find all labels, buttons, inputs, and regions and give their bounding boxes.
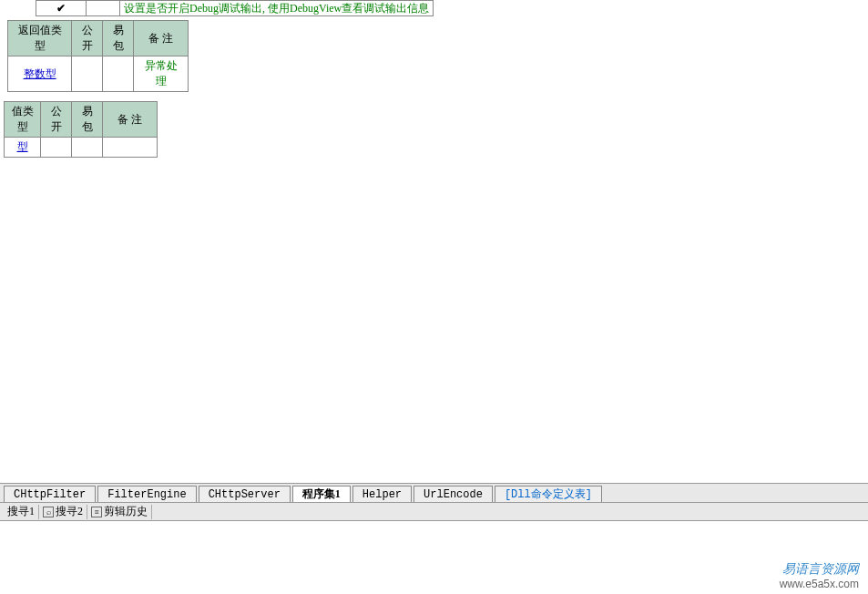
search-bar: 搜寻1 ⌕ 搜寻2 ≡ 剪辑历史 xyxy=(0,503,868,521)
value-type-table: 值类型 公开 易包 备 注 型 xyxy=(4,101,158,158)
cell-type[interactable]: 整数型 xyxy=(8,56,72,92)
tab-helper[interactable]: Helper xyxy=(352,486,412,502)
type-link[interactable]: 型 xyxy=(17,140,28,153)
watermark: 易语言资源网 www.e5a5x.com xyxy=(780,561,859,590)
search-icon: ⌕ xyxy=(43,507,54,517)
search-label: 搜寻1 xyxy=(7,504,35,519)
description-row: ✔ 设置是否开启Debug调试输出, 使用DebugView查看调试输出信息 xyxy=(4,0,868,16)
check-icon: ✔ xyxy=(56,2,66,15)
tab-chttpfilter[interactable]: CHttpFilter xyxy=(4,486,96,502)
table-header-row: 值类型 公开 易包 备 注 xyxy=(5,102,158,138)
search-label: 搜寻2 xyxy=(56,504,83,519)
cell-note[interactable] xyxy=(103,138,158,158)
watermark-title: 易语言资源网 xyxy=(780,561,859,578)
col-package: 易包 xyxy=(103,21,134,56)
col-return-type: 返回值类型 xyxy=(8,21,72,56)
col-note: 备 注 xyxy=(103,102,158,138)
clip-history[interactable]: ≡ 剪辑历史 xyxy=(87,505,152,519)
table-row[interactable]: 型 xyxy=(5,138,158,158)
description-text: 设置是否开启Debug调试输出, 使用DebugView查看调试输出信息 xyxy=(119,0,434,16)
tabs-bar: CHttpFilter FilterEngine CHttpServer 程序集… xyxy=(0,483,868,503)
cell-package[interactable] xyxy=(103,56,134,92)
tab-urlencode[interactable]: UrlEncode xyxy=(414,486,493,502)
note-text: 异常处理 xyxy=(145,59,178,87)
type-link[interactable]: 整数型 xyxy=(24,67,56,80)
tab-program-set-1[interactable]: 程序集1 xyxy=(292,486,351,502)
search-1[interactable]: 搜寻1 xyxy=(4,505,39,519)
clipboard-icon: ≡ xyxy=(91,507,102,517)
table-header-row: 返回值类型 公开 易包 备 注 xyxy=(8,21,189,56)
empty-cell xyxy=(86,0,120,16)
cell-package[interactable] xyxy=(72,138,103,158)
clip-label: 剪辑历史 xyxy=(104,504,148,519)
col-public: 公开 xyxy=(72,21,103,56)
cell-public[interactable] xyxy=(41,138,72,158)
col-value-type: 值类型 xyxy=(5,102,41,138)
cell-public[interactable] xyxy=(72,56,103,92)
col-package: 易包 xyxy=(72,102,103,138)
cell-type[interactable]: 型 xyxy=(5,138,41,158)
col-note: 备 注 xyxy=(134,21,189,56)
return-type-table: 返回值类型 公开 易包 备 注 整数型 异常处理 xyxy=(7,20,189,92)
watermark-url: www.e5a5x.com xyxy=(780,578,859,590)
table-row[interactable]: 整数型 异常处理 xyxy=(8,56,189,92)
tab-dll-definitions[interactable]: [Dll命令定义表] xyxy=(495,486,602,502)
tab-chttpserver[interactable]: CHttpServer xyxy=(199,486,291,502)
col-public: 公开 xyxy=(41,102,72,138)
search-2[interactable]: ⌕ 搜寻2 xyxy=(39,505,87,519)
check-cell: ✔ xyxy=(36,0,87,16)
cell-note[interactable]: 异常处理 xyxy=(134,56,189,92)
tab-filterengine[interactable]: FilterEngine xyxy=(97,486,196,502)
